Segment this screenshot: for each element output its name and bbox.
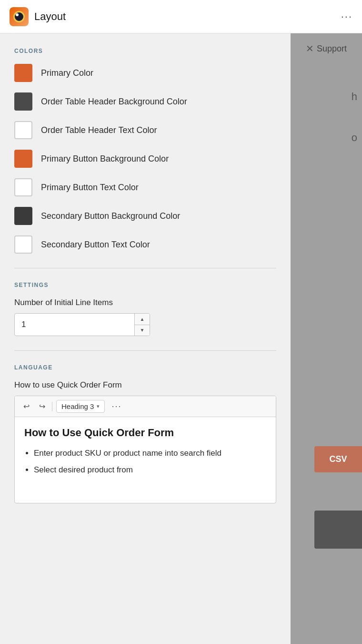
divider-2	[14, 350, 276, 351]
left-panel: COLORS Primary Color Order Table Header …	[0, 33, 291, 644]
main-layout: COLORS Primary Color Order Table Header …	[0, 33, 362, 644]
undo-icon: ↩	[23, 402, 30, 411]
divider-1	[14, 268, 276, 268]
color-item-primary-button-bg: Primary Button Background Color	[14, 150, 276, 168]
color-swatch-primary-button-text[interactable]	[14, 178, 32, 196]
color-item-order-table-header-text: Order Table Header Text Color	[14, 121, 276, 139]
line-items-input-wrapper: ▲ ▼	[14, 313, 150, 336]
chevron-down-icon: ▾	[97, 403, 100, 409]
heading-select-label: Heading 3	[61, 402, 94, 410]
redo-icon: ↪	[39, 402, 45, 411]
line-items-label: Number of Initial Line Items	[14, 298, 276, 307]
color-swatch-secondary-button-bg[interactable]	[14, 207, 32, 225]
color-item-order-table-header-bg: Order Table Header Background Color	[14, 92, 276, 111]
right-partial-texts: h o	[352, 91, 357, 144]
color-swatch-primary[interactable]	[14, 64, 32, 82]
spinner-down-button[interactable]: ▼	[135, 325, 150, 336]
editor-toolbar: ↩ ↪ Heading 3 ▾ ···	[15, 396, 276, 417]
heading-select-dropdown[interactable]: Heading 3 ▾	[56, 400, 105, 413]
support-label: Support	[317, 44, 347, 54]
color-item-secondary-button-bg: Secondary Button Background Color	[14, 207, 276, 225]
list-item-1: Enter product SKU or product name into s…	[34, 447, 266, 460]
csv-button[interactable]: CSV	[314, 446, 362, 472]
editor-more-button[interactable]: ···	[109, 400, 124, 412]
app-icon	[10, 7, 29, 26]
toolbar-divider	[52, 402, 52, 411]
app-header: Layout ···	[0, 0, 362, 33]
language-section: LANGUAGE How to use Quick Order Form ↩ ↪…	[14, 364, 276, 503]
color-label-order-table-header-bg: Order Table Header Background Color	[41, 97, 187, 107]
color-label-order-table-header-text: Order Table Header Text Color	[41, 125, 157, 135]
close-icon[interactable]: ✕	[306, 43, 314, 54]
header-more-button[interactable]: ···	[341, 10, 352, 23]
color-item-secondary-button-text: Secondary Button Text Color	[14, 235, 276, 254]
editor-heading: How to Use Quick Order Form	[24, 427, 266, 439]
color-swatch-primary-button-bg[interactable]	[14, 150, 32, 168]
color-item-primary: Primary Color	[14, 64, 276, 82]
csv-label: CSV	[329, 454, 347, 464]
partial-char-h: h	[352, 91, 357, 103]
settings-section: SETTINGS Number of Initial Line Items ▲ …	[14, 282, 276, 336]
color-label-secondary-button-bg: Secondary Button Background Color	[41, 211, 180, 221]
close-support-area: ✕ Support	[306, 38, 347, 59]
dark-partial-button	[314, 511, 362, 549]
header-left: Layout	[10, 7, 66, 26]
colors-section: COLORS Primary Color Order Table Header …	[14, 48, 276, 254]
redo-button[interactable]: ↪	[36, 400, 48, 413]
color-item-primary-button-text: Primary Button Text Color	[14, 178, 276, 196]
language-section-label: LANGUAGE	[14, 364, 276, 371]
color-swatch-order-table-header-bg[interactable]	[14, 92, 32, 111]
editor-content[interactable]: How to Use Quick Order Form Enter produc…	[15, 417, 276, 503]
color-label-secondary-button-text: Secondary Button Text Color	[41, 240, 150, 250]
number-spinners: ▲ ▼	[134, 314, 150, 336]
undo-button[interactable]: ↩	[20, 400, 32, 413]
colors-section-label: COLORS	[14, 48, 276, 54]
color-swatch-secondary-button-text[interactable]	[14, 235, 32, 254]
list-item-2: Select desired product from	[34, 463, 266, 476]
partial-char-o: o	[352, 132, 357, 144]
editor-list: Enter product SKU or product name into s…	[24, 447, 266, 476]
color-label-primary-button-bg: Primary Button Background Color	[41, 154, 169, 164]
line-items-input[interactable]	[15, 314, 134, 336]
right-panel: ✕ Support h o CSV	[291, 33, 362, 644]
settings-section-label: SETTINGS	[14, 282, 276, 288]
color-swatch-order-table-header-text[interactable]	[14, 121, 32, 139]
color-label-primary-button-text: Primary Button Text Color	[41, 183, 139, 193]
app-icon-inner	[13, 11, 25, 22]
app-title: Layout	[34, 10, 66, 23]
color-label-primary: Primary Color	[41, 68, 93, 78]
spinner-up-button[interactable]: ▲	[135, 314, 150, 325]
how-to-label: How to use Quick Order Form	[14, 380, 276, 390]
rich-text-editor: ↩ ↪ Heading 3 ▾ ··· How to Use Quick Ord…	[14, 396, 276, 503]
